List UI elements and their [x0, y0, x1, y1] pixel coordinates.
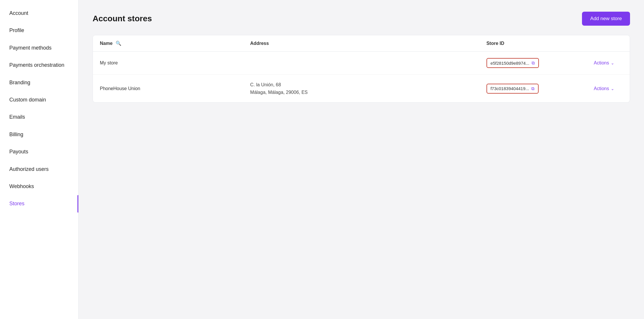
add-new-store-button[interactable]: Add new store	[582, 12, 630, 26]
store-name-cell: My store	[93, 52, 243, 75]
table-row: My store e5f28150d9e8974... ⧉ Actions	[93, 52, 630, 75]
actions-button-2[interactable]: Actions ⌄	[594, 86, 614, 91]
sidebar-item-webhooks[interactable]: Webhooks	[0, 178, 78, 195]
store-address-cell-2: C. la Unión, 68 Málaga, Málaga, 29006, E…	[243, 75, 479, 103]
col-header-address: Address	[243, 35, 479, 52]
store-id-badge-2: f73c01839404419... ⧉	[486, 84, 539, 94]
copy-store-id-icon-1[interactable]: ⧉	[532, 60, 535, 66]
address-line1: C. la Unión, 68	[250, 81, 472, 89]
store-id-cell-2: f73c01839404419... ⧉	[480, 75, 587, 103]
sidebar-item-payments-orchestration[interactable]: Payments orchestration	[0, 57, 78, 74]
store-id-badge-1: e5f28150d9e8974... ⧉	[486, 58, 539, 68]
stores-table-container: Name 🔍 Address Store ID My store	[93, 35, 630, 103]
sidebar-item-branding[interactable]: Branding	[0, 74, 78, 91]
chevron-down-icon-2: ⌄	[611, 86, 614, 91]
col-header-storeid: Store ID	[480, 35, 587, 52]
sidebar-item-account[interactable]: Account	[0, 5, 78, 22]
actions-button-1[interactable]: Actions ⌄	[594, 60, 614, 66]
store-id-cell-1: e5f28150d9e8974... ⧉	[480, 52, 587, 75]
sidebar-item-payment-methods[interactable]: Payment methods	[0, 39, 78, 57]
sidebar-item-stores[interactable]: Stores	[0, 195, 78, 212]
col-header-name: Name 🔍	[93, 35, 243, 52]
main-header: Account stores Add new store	[93, 12, 630, 26]
table-row: PhoneHouse Union C. la Unión, 68 Málaga,…	[93, 75, 630, 103]
store-actions-cell-2: Actions ⌄	[587, 75, 630, 103]
sidebar-item-billing[interactable]: Billing	[0, 126, 78, 143]
sidebar-item-authorized-users[interactable]: Authorized users	[0, 161, 78, 178]
store-id-value-1: e5f28150d9e8974...	[491, 61, 529, 66]
page-title: Account stores	[93, 14, 152, 23]
store-name-cell-2: PhoneHouse Union	[93, 75, 243, 103]
sidebar-item-emails[interactable]: Emails	[0, 108, 78, 126]
sidebar-item-payouts[interactable]: Payouts	[0, 143, 78, 160]
copy-store-id-icon-2[interactable]: ⧉	[531, 86, 535, 91]
table-body: My store e5f28150d9e8974... ⧉ Actions	[93, 52, 630, 103]
main-content: Account stores Add new store Name 🔍 Addr…	[79, 0, 644, 319]
sidebar-item-profile[interactable]: Profile	[0, 22, 78, 39]
store-id-value-2: f73c01839404419...	[491, 86, 529, 91]
name-search-icon[interactable]: 🔍	[116, 41, 121, 46]
col-header-actions	[587, 35, 630, 52]
sidebar-item-custom-domain[interactable]: Custom domain	[0, 91, 78, 108]
chevron-down-icon-1: ⌄	[611, 61, 614, 65]
table-header: Name 🔍 Address Store ID	[93, 35, 630, 52]
stores-table: Name 🔍 Address Store ID My store	[93, 35, 630, 102]
address-line2: Málaga, Málaga, 29006, ES	[250, 89, 472, 96]
store-address-cell	[243, 52, 479, 75]
store-actions-cell-1: Actions ⌄	[587, 52, 630, 75]
sidebar: AccountProfilePayment methodsPayments or…	[0, 0, 79, 319]
